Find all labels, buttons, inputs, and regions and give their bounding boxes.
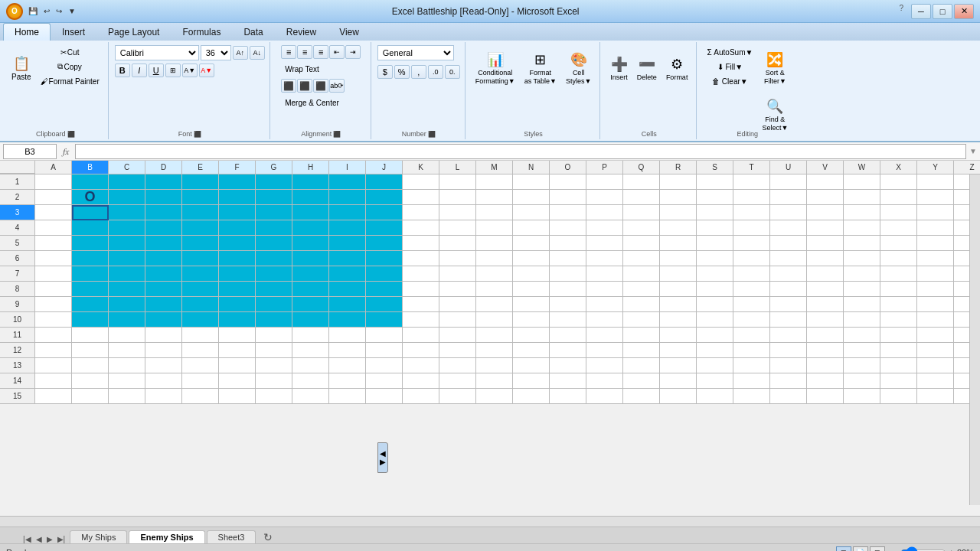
cell-F3[interactable] xyxy=(219,205,256,220)
cell-E14[interactable] xyxy=(182,373,219,389)
cell-T10[interactable] xyxy=(733,312,770,328)
cell-R14[interactable] xyxy=(660,373,697,389)
cell-B5[interactable] xyxy=(72,236,109,251)
col-header-M[interactable]: M xyxy=(476,161,513,174)
cell-E6[interactable] xyxy=(182,251,219,266)
col-header-S[interactable]: S xyxy=(697,161,733,174)
cell-N6[interactable] xyxy=(513,251,550,266)
cell-B6[interactable] xyxy=(72,251,109,266)
underline-btn[interactable]: U xyxy=(149,64,164,77)
cell-W1[interactable] xyxy=(844,174,880,190)
cell-G1[interactable] xyxy=(256,174,292,190)
cell-J14[interactable] xyxy=(366,373,403,389)
cell-Y3[interactable] xyxy=(917,205,954,220)
paste-button[interactable]: 📋 Paste xyxy=(8,45,35,91)
cell-U3[interactable] xyxy=(770,205,807,220)
font-shrink-btn[interactable]: A↓ xyxy=(250,46,265,60)
cell-E11[interactable] xyxy=(182,328,219,343)
cell-J7[interactable] xyxy=(366,266,403,282)
sheet-nav-last[interactable]: ▶| xyxy=(56,535,67,543)
cell-F9[interactable] xyxy=(219,297,256,312)
cell-F6[interactable] xyxy=(219,251,256,266)
cell-E7[interactable] xyxy=(182,266,219,282)
cell-H13[interactable] xyxy=(292,358,329,373)
cell-P5[interactable] xyxy=(586,236,623,251)
cell-I8[interactable] xyxy=(329,282,366,297)
cell-G6[interactable] xyxy=(256,251,292,266)
cell-E2[interactable] xyxy=(182,190,219,205)
function-icon[interactable]: 𝑓𝑥 xyxy=(60,146,72,157)
zoom-in-btn[interactable]: + xyxy=(949,548,954,552)
cell-D12[interactable] xyxy=(145,343,182,358)
cell-B8[interactable] xyxy=(72,282,109,297)
sheet-nav-first[interactable]: |◀ xyxy=(21,535,33,543)
cell-M6[interactable] xyxy=(476,251,513,266)
cell-P11[interactable] xyxy=(586,328,623,343)
cell-N13[interactable] xyxy=(513,358,550,373)
comma-btn[interactable]: , xyxy=(411,65,426,79)
sheet-tab-enemyships[interactable]: Enemy Ships xyxy=(129,530,204,543)
col-header-Z[interactable]: Z xyxy=(954,161,980,174)
cell-Q7[interactable] xyxy=(623,266,660,282)
cell-D5[interactable] xyxy=(145,236,182,251)
cell-M4[interactable] xyxy=(476,220,513,236)
cell-U14[interactable] xyxy=(770,373,807,389)
cell-O12[interactable] xyxy=(550,343,586,358)
cell-H9[interactable] xyxy=(292,297,329,312)
cell-P8[interactable] xyxy=(586,282,623,297)
cell-R1[interactable] xyxy=(660,174,697,190)
cell-V11[interactable] xyxy=(807,328,844,343)
sheet-tab-myships[interactable]: My Ships xyxy=(70,530,127,543)
cell-L14[interactable] xyxy=(439,373,476,389)
cell-C11[interactable] xyxy=(109,328,145,343)
cell-D8[interactable] xyxy=(145,282,182,297)
cell-R10[interactable] xyxy=(660,312,697,328)
cell-I2[interactable] xyxy=(329,190,366,205)
cell-H14[interactable] xyxy=(292,373,329,389)
cell-U6[interactable] xyxy=(770,251,807,266)
cell-G11[interactable] xyxy=(256,328,292,343)
cell-A5[interactable] xyxy=(35,236,72,251)
cell-T7[interactable] xyxy=(733,266,770,282)
cell-S10[interactable] xyxy=(697,312,733,328)
cell-O10[interactable] xyxy=(550,312,586,328)
cell-D15[interactable] xyxy=(145,389,182,404)
col-header-R[interactable]: R xyxy=(660,161,697,174)
sheet-nav-prev[interactable]: ◀ xyxy=(34,535,44,543)
cell-U15[interactable] xyxy=(770,389,807,404)
cell-Y12[interactable] xyxy=(917,343,954,358)
cell-reference-input[interactable] xyxy=(3,144,57,159)
cell-M11[interactable] xyxy=(476,328,513,343)
cell-C9[interactable] xyxy=(109,297,145,312)
cell-T15[interactable] xyxy=(733,389,770,404)
cell-B10[interactable] xyxy=(72,312,109,328)
cell-N15[interactable] xyxy=(513,389,550,404)
font-name-select[interactable]: Calibri xyxy=(115,45,199,60)
font-expander[interactable]: ⬛ xyxy=(194,131,201,138)
align-left-btn[interactable]: ⬛ xyxy=(281,79,296,93)
cell-U12[interactable] xyxy=(770,343,807,358)
cell-R4[interactable] xyxy=(660,220,697,236)
tab-formulas[interactable]: Formulas xyxy=(171,23,232,41)
cell-K3[interactable] xyxy=(403,205,439,220)
cell-Y7[interactable] xyxy=(917,266,954,282)
cell-R11[interactable] xyxy=(660,328,697,343)
cell-V9[interactable] xyxy=(807,297,844,312)
row-header-14[interactable]: 14 xyxy=(0,373,35,389)
sort-filter-btn[interactable]: 🔀 Sort & Filter▼ xyxy=(758,45,792,91)
cell-J15[interactable] xyxy=(366,389,403,404)
cell-F13[interactable] xyxy=(219,358,256,373)
cell-R7[interactable] xyxy=(660,266,697,282)
cell-C4[interactable] xyxy=(109,220,145,236)
cell-K13[interactable] xyxy=(403,358,439,373)
cell-M13[interactable] xyxy=(476,358,513,373)
cell-U2[interactable] xyxy=(770,190,807,205)
cell-V10[interactable] xyxy=(807,312,844,328)
cell-Q12[interactable] xyxy=(623,343,660,358)
cell-G9[interactable] xyxy=(256,297,292,312)
cell-O5[interactable] xyxy=(550,236,586,251)
cell-M14[interactable] xyxy=(476,373,513,389)
cell-I14[interactable] xyxy=(329,373,366,389)
cell-Y15[interactable] xyxy=(917,389,954,404)
cell-A10[interactable] xyxy=(35,312,72,328)
